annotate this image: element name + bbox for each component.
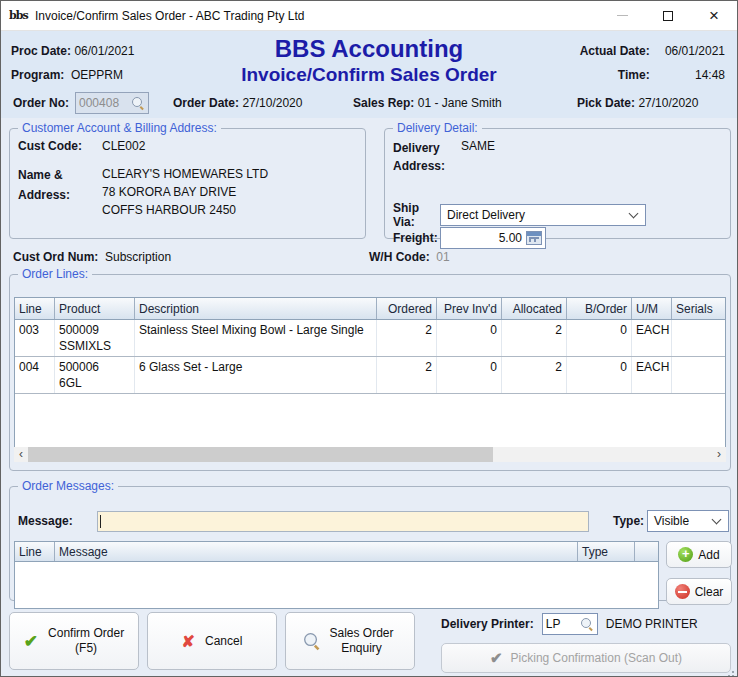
cust-ord-num-label: Cust Ord Num: xyxy=(13,250,98,264)
app-icon: bbs xyxy=(9,7,29,25)
delivery-printer-label: Delivery Printer: xyxy=(441,617,534,631)
message-label: Message: xyxy=(18,514,73,528)
cancel-button-label: Cancel xyxy=(205,634,242,649)
scrollbar-track[interactable] xyxy=(28,447,712,462)
x-icon: ✘ xyxy=(182,634,195,649)
resize-grip[interactable] xyxy=(732,671,734,673)
chevron-down-icon xyxy=(712,514,722,524)
maximize-icon xyxy=(663,11,673,21)
scroll-left-icon[interactable]: ‹ xyxy=(14,447,28,462)
delivery-printer-row: Delivery Printer: LP DEMO PRINTER xyxy=(441,613,698,635)
msg-col-spacer xyxy=(635,542,658,561)
scroll-right-icon[interactable]: › xyxy=(712,447,726,462)
clear-button-label: Clear xyxy=(695,585,724,599)
message-input[interactable] xyxy=(97,511,589,532)
order-messages-group: Order Messages: Message: Type: Visible L… xyxy=(9,479,731,601)
enquiry-button-label: Sales OrderEnquiry xyxy=(329,626,393,656)
add-button[interactable]: + Add xyxy=(666,541,732,568)
close-button[interactable]: × xyxy=(691,1,737,30)
app-window: bbs Invoice/Confirm Sales Order - ABC Tr… xyxy=(0,0,738,677)
ship-via-select[interactable]: Direct Delivery xyxy=(440,204,646,226)
order-date-label: Order Date: xyxy=(173,96,239,110)
plus-icon: + xyxy=(678,547,693,562)
header-right: Actual Date: 06/01/2021 Time: 14:48 xyxy=(580,39,725,87)
wh-code-value: 01 xyxy=(436,250,449,264)
address-line: COFFS HARBOUR 2450 xyxy=(102,201,268,219)
delivery-group: Delivery Detail: Delivery Address: SAME … xyxy=(384,121,731,239)
wh-code-label: W/H Code: xyxy=(369,250,430,264)
type-label: Type: xyxy=(613,514,644,528)
cancel-button[interactable]: ✘ Cancel xyxy=(147,612,277,670)
col-allocated[interactable]: Allocated xyxy=(502,298,567,319)
msg-col-line[interactable]: Line xyxy=(15,542,55,561)
col-b-order[interactable]: B/Order xyxy=(567,298,632,319)
order-no-search-icon[interactable] xyxy=(132,97,145,110)
search-icon xyxy=(305,633,322,650)
col-serials[interactable]: Serials xyxy=(672,298,725,319)
window-controls: × xyxy=(599,1,737,30)
col-line[interactable]: Line xyxy=(15,298,55,319)
messages-table-header: Line Message Type xyxy=(15,542,658,562)
order-messages-group-title: Order Messages: xyxy=(18,479,118,493)
check-icon-gray: ✔ xyxy=(490,649,503,667)
type-value: Visible xyxy=(654,514,689,528)
name-address-label: Name & Address: xyxy=(18,165,102,205)
msg-col-type[interactable]: Type xyxy=(578,542,635,561)
sales-order-enquiry-button[interactable]: Sales OrderEnquiry xyxy=(285,612,415,670)
title-bar: bbs Invoice/Confirm Sales Order - ABC Tr… xyxy=(1,1,737,31)
ship-via-value: Direct Delivery xyxy=(447,208,525,222)
delivery-address-label: Delivery Address: xyxy=(393,139,461,175)
footer-bar: ✔ Confirm Order(F5) ✘ Cancel Sales Order… xyxy=(1,605,737,676)
close-icon: × xyxy=(709,11,719,21)
scrollbar-thumb[interactable] xyxy=(28,447,493,462)
confirm-order-button[interactable]: ✔ Confirm Order(F5) xyxy=(9,612,139,670)
type-select[interactable]: Visible xyxy=(647,510,729,532)
text-caret xyxy=(100,515,101,528)
order-lines-header: Line Product Description Ordered Prev In… xyxy=(15,298,725,320)
table-row[interactable]: 003 500009SSMIXLS Stainless Steel Mixing… xyxy=(15,320,725,357)
col-description[interactable]: Description xyxy=(135,298,377,319)
col-prev-invd[interactable]: Prev Inv'd xyxy=(437,298,502,319)
clear-button[interactable]: Clear xyxy=(666,578,732,605)
printer-code-field[interactable]: LP xyxy=(542,613,598,635)
sales-rep-label: Sales Rep: xyxy=(353,96,414,110)
minimize-button[interactable] xyxy=(599,1,645,30)
freight-label: Freight: xyxy=(393,231,440,245)
minimize-icon xyxy=(617,15,628,16)
picking-confirmation-button: ✔ Picking Confirmation (Scan Out) xyxy=(441,643,731,673)
calculator-icon[interactable] xyxy=(526,231,542,245)
messages-table: Line Message Type xyxy=(14,541,659,609)
order-lines-group: Order Lines: Line Product Description Or… xyxy=(9,267,731,471)
order-no-field[interactable]: 000408 xyxy=(75,92,149,114)
horizontal-scrollbar[interactable]: ‹ › xyxy=(14,447,726,462)
table-row[interactable]: 004 5000066GL 6 Glass Set - Large 2 0 2 … xyxy=(15,357,725,394)
order-no-label: Order No: xyxy=(13,96,69,110)
delivery-group-title: Delivery Detail: xyxy=(393,121,482,135)
pick-date-label: Pick Date: xyxy=(577,96,635,110)
actual-date-label: Actual Date: xyxy=(580,44,650,58)
ship-via-label: Ship Via: xyxy=(393,201,440,229)
check-icon: ✔ xyxy=(24,634,38,649)
cust-ord-num-value: Subscription xyxy=(105,250,171,264)
customer-group-title: Customer Account & Billing Address: xyxy=(18,121,221,135)
order-lines-group-title: Order Lines: xyxy=(18,267,92,281)
messages-table-body xyxy=(15,562,658,608)
order-lines-table: Line Product Description Ordered Prev In… xyxy=(14,297,726,457)
confirm-order-label: Confirm Order(F5) xyxy=(48,626,124,656)
msg-col-message[interactable]: Message xyxy=(55,542,578,561)
printer-search-icon[interactable] xyxy=(581,618,594,631)
cust-code-label: Cust Code: xyxy=(18,139,102,153)
order-no-value: 000408 xyxy=(79,96,132,110)
window-title: Invoice/Confirm Sales Order - ABC Tradin… xyxy=(35,9,304,23)
maximize-button[interactable] xyxy=(645,1,691,30)
col-product[interactable]: Product xyxy=(55,298,135,319)
col-ordered[interactable]: Ordered xyxy=(377,298,437,319)
freight-field[interactable]: 5.00 xyxy=(440,227,546,249)
col-um[interactable]: U/M xyxy=(632,298,672,319)
time-label: Time: xyxy=(618,68,650,82)
order-bar: Order No: 000408 Order Date: 27/10/2020 … xyxy=(1,87,737,117)
printer-code-value: LP xyxy=(546,617,581,631)
customer-group: Customer Account & Billing Address: Cust… xyxy=(9,121,366,239)
order-date-value: 27/10/2020 xyxy=(242,96,302,110)
actual-date-value: 06/01/2021 xyxy=(653,39,725,63)
